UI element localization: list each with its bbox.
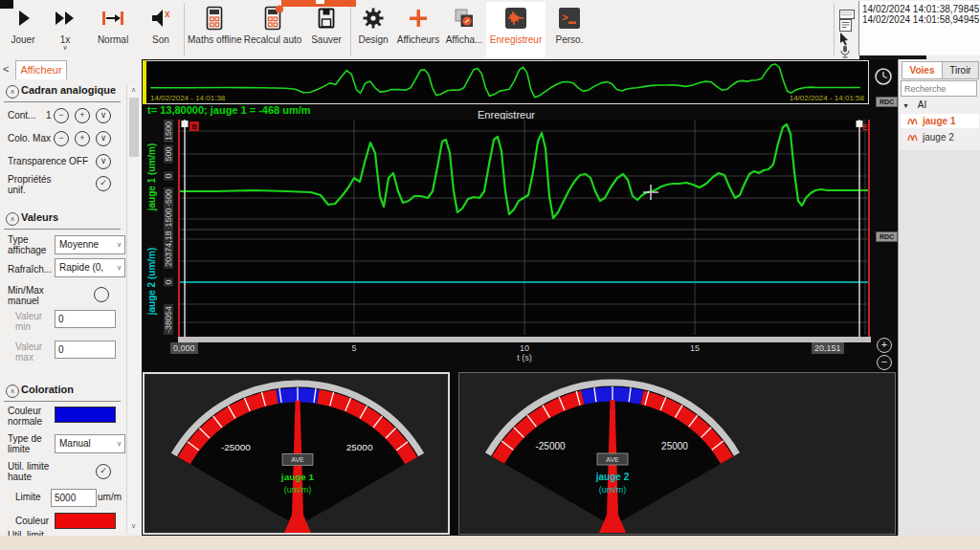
collapse-sidebar-button[interactable]: < xyxy=(3,63,9,75)
tab-afficheur[interactable]: Afficheur xyxy=(15,60,67,79)
mode-tab-partial[interactable] xyxy=(281,0,356,7)
clock-icon[interactable] xyxy=(873,66,894,87)
collapse-section-icon[interactable]: ∧ xyxy=(6,385,19,398)
transparence-dropdown-button[interactable]: ∨ xyxy=(96,154,111,169)
maths-offline-button[interactable]: Maths offline xyxy=(188,2,241,57)
zoom-out-button[interactable]: − xyxy=(877,355,892,370)
save-button[interactable]: Sauver xyxy=(304,2,348,57)
toolbar-divider xyxy=(834,3,835,55)
properties-sidebar: < Afficheur ∧ Cadran analogique Cont... … xyxy=(0,59,143,536)
proprietes-checkbox[interactable]: ✓ xyxy=(96,176,111,191)
gauge-channel-name: jauge 1 xyxy=(280,472,315,482)
y1-tick: 0 xyxy=(164,171,173,180)
window-corner-decoration xyxy=(0,0,13,9)
colo-dropdown-button[interactable]: ∨ xyxy=(96,131,111,146)
plus-icon xyxy=(396,2,440,34)
waveform-channel-icon xyxy=(907,133,920,143)
time-scrollbar[interactable] xyxy=(178,337,871,342)
tree-expand-icon[interactable]: ▼ xyxy=(902,102,909,109)
zoom-in-button[interactable]: + xyxy=(877,338,892,353)
speaker-muted-icon: x xyxy=(140,2,182,34)
timestamp-end: 14/02/2024 14:01:58,94945 E xyxy=(859,14,980,25)
begin-marker-label: B xyxy=(191,123,196,130)
couleur-normale-swatch[interactable] xyxy=(55,407,116,423)
terminal-icon: > xyxy=(547,2,591,34)
y2-axis-label: jauge 2 (um/m) xyxy=(146,248,157,316)
edit-display-button[interactable]: Afficha... xyxy=(442,2,486,57)
limite-input[interactable] xyxy=(51,489,97,507)
play-button[interactable]: Jouer xyxy=(4,2,42,57)
cont-minus-button[interactable]: − xyxy=(54,108,69,123)
left-cursor-handle[interactable] xyxy=(182,121,189,127)
recorder-waveform-icon xyxy=(486,2,546,34)
valeur-max-input[interactable] xyxy=(55,341,116,359)
y2-tick: 20374,18 xyxy=(164,229,173,269)
normal-mode-button[interactable]: Normal xyxy=(88,2,138,57)
recorder-label: Enregistreur xyxy=(486,34,546,45)
overview-waveform xyxy=(145,61,866,101)
perso-button[interactable]: > Perso. xyxy=(547,2,591,57)
rafraich-value: Rapide (0, xyxy=(59,262,103,273)
gauge-panel-jauge1[interactable]: 0 -25000 25000 AVE jauge 1 (um/m) xyxy=(143,372,450,535)
gauge-channel-unit: (um/m) xyxy=(284,485,311,495)
gauge-mode-label: AVE xyxy=(606,456,619,463)
toolbar-divider xyxy=(350,3,351,55)
cont-plus-button[interactable]: + xyxy=(75,108,90,123)
timestamp-start: 14/02/2024 14:01:38,79845 E xyxy=(859,4,980,14)
valeur-min-input[interactable] xyxy=(55,310,116,328)
overview-position-marker[interactable] xyxy=(143,60,146,104)
separator xyxy=(4,229,121,230)
add-display-label: Afficheurs xyxy=(396,34,440,45)
channel-item-jauge1[interactable]: jauge 1 xyxy=(901,114,979,128)
bottom-window-strip xyxy=(0,536,980,550)
rafraich-label: Rafraîch... xyxy=(8,264,54,275)
rafraich-select[interactable]: Rapide (0,∨ xyxy=(55,258,125,277)
end-marker-label: E xyxy=(862,122,868,132)
type-affichage-select[interactable]: Moyenne∨ xyxy=(55,235,125,254)
sound-label: Son xyxy=(140,34,182,45)
type-limite-select[interactable]: Manual∨ xyxy=(55,434,125,453)
recorder-button[interactable]: Enregistreur xyxy=(486,2,546,57)
tab-tiroir[interactable]: Tiroir xyxy=(942,61,979,79)
minmax-radio[interactable] xyxy=(94,287,109,302)
add-display-button[interactable]: Afficheurs xyxy=(396,2,440,57)
select-chevron-icon: ∨ xyxy=(117,259,122,276)
analog-gauge-jauge1: 0 -25000 25000 AVE jauge 1 (um/m) xyxy=(145,374,451,533)
channels-sidebar: Voies Tiroir ▼ AI jauge 1 jauge 2 xyxy=(898,59,980,536)
colo-plus-button[interactable]: + xyxy=(75,131,90,146)
gauge-min-label: -25000 xyxy=(221,442,251,452)
couleur-limite-swatch[interactable] xyxy=(55,513,116,529)
speed-dropdown-chevron-icon[interactable]: ∨ xyxy=(44,45,86,51)
speed-button[interactable]: 1x ∨ xyxy=(44,2,86,57)
search-input[interactable] xyxy=(901,80,977,97)
calculator-icon xyxy=(188,2,241,34)
toolbar: Jouer 1x ∨ Normal x xyxy=(0,0,980,60)
collapse-section-icon[interactable]: ∧ xyxy=(6,85,19,99)
channel-group-ai[interactable]: ▼ AI xyxy=(902,99,926,110)
overview-strip-chart[interactable]: 14/02/2024 - 14:01:38 14/02/2024 - 14:01… xyxy=(144,60,869,104)
sound-button[interactable]: x Son xyxy=(140,2,182,57)
type-affichage-label: Type affichage xyxy=(8,234,54,255)
recording-timestamps: 14/02/2024 14:01:38,79845 E 14/02/2024 1… xyxy=(858,1,980,55)
cont-dropdown-button[interactable]: ∨ xyxy=(96,108,111,123)
gauge-channel-name: jauge 2 xyxy=(595,472,630,482)
gauge-panel-jauge2[interactable]: 0 -25000 25000 AVE jauge 2 (um/m) xyxy=(458,372,896,535)
design-button[interactable]: Design xyxy=(352,2,394,57)
gauge-min-label: -25000 xyxy=(535,441,566,451)
recalcul-auto-button[interactable]: Recalcul auto xyxy=(243,2,302,57)
gear-icon xyxy=(352,2,394,34)
sidebar-scrollbar-thumb[interactable] xyxy=(129,98,139,157)
colo-label: Colo. Max xyxy=(8,133,54,143)
util-limite-checkbox[interactable]: ✓ xyxy=(96,464,111,479)
tab-voies[interactable]: Voies xyxy=(902,61,943,79)
scrollbar-up-icon[interactable]: ∧ xyxy=(127,84,140,96)
colo-minus-button[interactable]: − xyxy=(54,131,69,146)
recalcul-auto-label: Recalcul auto xyxy=(243,34,302,45)
main-plot-area[interactable]: B E xyxy=(178,120,871,337)
collapse-section-icon[interactable]: ∧ xyxy=(6,212,19,226)
y2-tick: -38054 xyxy=(164,304,173,335)
rdc-badge: RDC xyxy=(876,97,898,107)
channel-item-jauge2[interactable]: jauge 2 xyxy=(901,130,979,144)
scrollbar-down-icon[interactable]: ∨ xyxy=(127,520,140,532)
x-axis-label: t (s) xyxy=(142,353,907,363)
